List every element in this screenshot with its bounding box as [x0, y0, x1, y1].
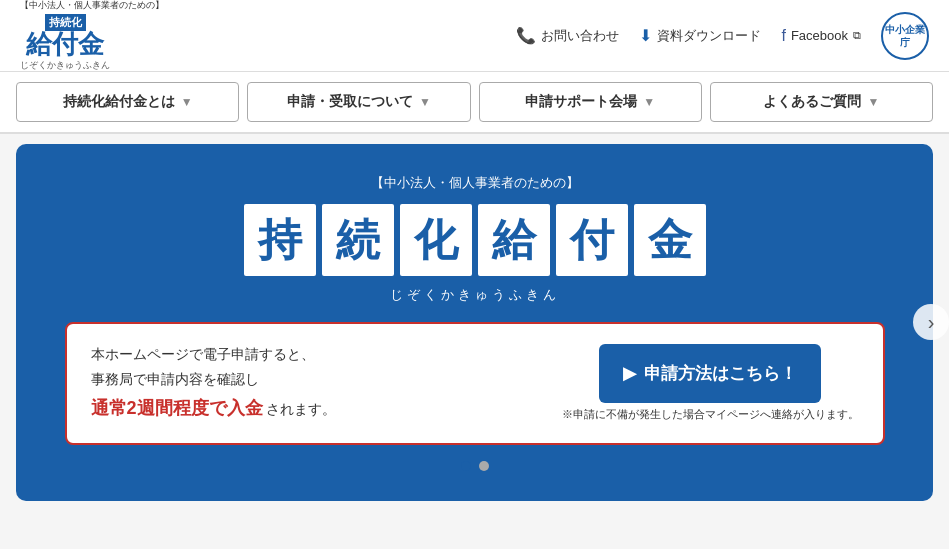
download-link[interactable]: ⬇ 資料ダウンロード: [639, 26, 761, 45]
nav-item-faq[interactable]: よくあるご質問 ▼: [710, 82, 933, 122]
logo-main: 持続化 給付金 じぞくかきゅうふきん: [20, 14, 110, 72]
hero-highlight: 通常2週間程度で入金: [91, 398, 263, 418]
inquiry-label: お問い合わせ: [541, 27, 619, 45]
hero-suffix: されます。: [266, 401, 336, 417]
inquiry-link[interactable]: 📞 お問い合わせ: [516, 26, 619, 45]
hero-card-text: 本ホームページで電子申請すると、 事務局で申請内容を確認し 通常2週間程度で入金…: [91, 342, 542, 425]
hero-dot-1[interactable]: [479, 461, 489, 471]
download-label: 資料ダウンロード: [657, 27, 761, 45]
logo-kanji: 給付金: [26, 31, 104, 57]
facebook-icon: f: [781, 27, 785, 45]
hero-card-line2: 事務局で申請内容を確認し: [91, 367, 542, 392]
hero-next-arrow[interactable]: ›: [913, 304, 949, 340]
agency-label: 中小企業庁: [883, 23, 927, 49]
hero-cta-label: 申請方法はこちら！: [644, 362, 797, 385]
chevron-down-icon-apply: ▼: [419, 95, 431, 109]
header-right: 📞 お問い合わせ ⬇ 資料ダウンロード f Facebook ⧉ 中小企業庁: [516, 12, 929, 60]
hero-section: 【中小法人・個人事業者のための】 持 続 化 給 付 金 じぞくかきゅうふきん …: [16, 144, 933, 501]
agency-badge: 中小企業庁: [881, 12, 929, 60]
external-link-icon: ⧉: [853, 29, 861, 42]
hero-char-1: 続: [322, 204, 394, 276]
hero-char-2: 化: [400, 204, 472, 276]
hero-char-0: 持: [244, 204, 316, 276]
facebook-label: Facebook: [791, 28, 848, 43]
hero-cta-button[interactable]: ▶ 申請方法はこちら！: [599, 344, 821, 403]
hero-subtitle: 【中小法人・個人事業者のための】: [371, 174, 579, 192]
nav-label-support: 申請サポート会場: [525, 93, 637, 111]
phone-icon: 📞: [516, 26, 536, 45]
header: 【中小法人・個人事業者のための】 持続化 給付金 じぞくかきゅうふきん 📞 お問…: [0, 0, 949, 72]
hero-dot-0[interactable]: [461, 461, 471, 471]
logo-small-text: 【中小法人・個人事業者のための】: [20, 0, 164, 12]
chevron-down-icon-support: ▼: [643, 95, 655, 109]
logo-kana: じぞくかきゅうふきん: [20, 59, 110, 72]
hero-dots: [461, 461, 489, 471]
hero-title: 持 続 化 給 付 金: [244, 204, 706, 276]
nav-item-apply[interactable]: 申請・受取について ▼: [247, 82, 470, 122]
chevron-down-icon-faq: ▼: [867, 95, 879, 109]
facebook-link[interactable]: f Facebook ⧉: [781, 27, 861, 45]
hero-cta-arrow: ▶: [623, 363, 636, 384]
chevron-down-icon-about: ▼: [181, 95, 193, 109]
hero-card: 本ホームページで電子申請すると、 事務局で申請内容を確認し 通常2週間程度で入金…: [65, 322, 885, 445]
nav-item-support[interactable]: 申請サポート会場 ▼: [479, 82, 702, 122]
download-icon: ⬇: [639, 26, 652, 45]
hero-char-3: 給: [478, 204, 550, 276]
hero-cta-note: ※申請に不備が発生した場合マイページへ連絡が入ります。: [562, 407, 859, 422]
hero-card-line3: 通常2週間程度で入金 されます。: [91, 392, 542, 424]
hero-kana: じぞくかきゅうふきん: [390, 286, 560, 304]
hero-char-4: 付: [556, 204, 628, 276]
logo-area: 【中小法人・個人事業者のための】 持続化 給付金 じぞくかきゅうふきん: [20, 0, 164, 72]
nav-label-about: 持続化給付金とは: [63, 93, 175, 111]
hero-card-line1: 本ホームページで電子申請すると、: [91, 342, 542, 367]
nav-item-about[interactable]: 持続化給付金とは ▼: [16, 82, 239, 122]
nav-label-apply: 申請・受取について: [287, 93, 413, 111]
nav-bar: 持続化給付金とは ▼ 申請・受取について ▼ 申請サポート会場 ▼ よくあるご質…: [0, 72, 949, 134]
hero-cta-area: ▶ 申請方法はこちら！ ※申請に不備が発生した場合マイページへ連絡が入ります。: [562, 344, 859, 422]
hero-char-5: 金: [634, 204, 706, 276]
nav-label-faq: よくあるご質問: [763, 93, 861, 111]
